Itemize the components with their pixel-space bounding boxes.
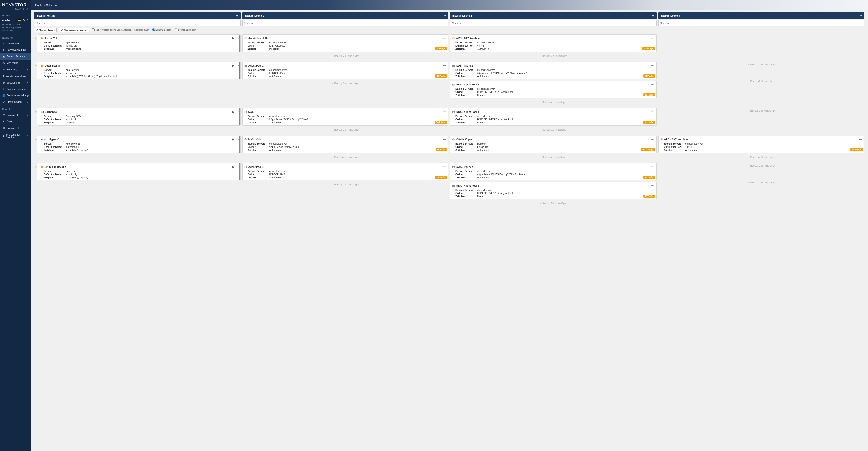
add-target-link[interactable]: Backup-Ziel hinzufügen bbox=[658, 62, 865, 67]
add-target-link[interactable]: Backup-Ziel hinzufügen bbox=[658, 180, 865, 185]
sort-alpha-radio[interactable]: alphanumerisch bbox=[152, 28, 172, 31]
nav-item-serververwaltung[interactable]: ≡Serververwaltung bbox=[0, 47, 31, 53]
target-card[interactable]: 🗁NAS - Raum 2 ⋯ Backup Server:dc-backups… bbox=[450, 62, 656, 79]
collapse-all-button[interactable]: ↙Alles zusammenklappen bbox=[59, 28, 89, 32]
username: admin bbox=[2, 19, 9, 22]
menu-dots-icon[interactable]: ⋯ bbox=[236, 110, 239, 114]
add-target-link[interactable]: Backup-Ziel hinzufügen bbox=[658, 154, 865, 160]
nav-item-einstellungen[interactable]: ⚙Einstellungen▸ bbox=[0, 99, 31, 105]
add-target-link[interactable]: Backup-Ziel hinzufügen bbox=[658, 163, 865, 169]
play-icon[interactable]: ▶ bbox=[232, 165, 234, 169]
target-card[interactable]: ⚙ARCH.0001 (Archiv) ⋯ Backup Server:dc-b… bbox=[658, 136, 865, 153]
add-target-link[interactable]: Backup-Ziel hinzufügen bbox=[450, 154, 656, 160]
novastor-item-support[interactable]: ✉Support⧉ bbox=[0, 125, 31, 131]
add-target-link[interactable]: Backup-Ziel hinzufügen bbox=[450, 53, 656, 59]
menu-dots-icon[interactable]: ⋯ bbox=[651, 184, 654, 187]
add-column-item-button[interactable]: + bbox=[652, 14, 654, 18]
target-title: RDX - Agent Pool 1 bbox=[456, 83, 479, 86]
play-icon[interactable]: ▶ bbox=[232, 138, 234, 141]
target-card[interactable]: 🗁NAS ⋯ Backup Server:dc-backupserver Ord… bbox=[242, 108, 448, 125]
menu-dots-icon[interactable]: ⋯ bbox=[236, 36, 239, 40]
add-target-link[interactable]: Backup-Ziel hinzufügen bbox=[450, 127, 656, 132]
topbar: Backup-Schema bbox=[31, 0, 868, 10]
nav-item-backup-schema[interactable]: ◧Backup-Schema bbox=[0, 53, 31, 60]
nav-item-wiederherstellung[interactable]: ↺Wiederherstellung▸ bbox=[0, 73, 31, 80]
flag-icon[interactable]: 🇩🇪 bbox=[18, 19, 21, 22]
search-input-col-1[interactable] bbox=[242, 20, 448, 26]
add-target-link[interactable]: Backup-Ziel hinzufügen bbox=[242, 81, 448, 86]
add-column-item-button[interactable]: + bbox=[860, 14, 862, 18]
novastor-section-label: NovaStor bbox=[0, 105, 31, 112]
search-input-col-2[interactable] bbox=[450, 20, 656, 26]
nav-item-reporting[interactable]: ✎Reporting▸ bbox=[0, 66, 31, 73]
menu-dots-icon[interactable]: ⋯ bbox=[651, 36, 654, 40]
sort-label: Sortieren nach bbox=[134, 29, 149, 31]
menu-dots-icon[interactable]: ⋯ bbox=[651, 138, 654, 141]
folder-open-icon: 🗁 bbox=[452, 64, 455, 67]
target-card[interactable]: 🗁RDX - Agent Pool 1 ⋯ Backup Server:dc-b… bbox=[450, 81, 656, 98]
target-card[interactable]: 🗁Agent Pool 1 ⋯ Backup Server:dc-backups… bbox=[242, 62, 448, 79]
add-target-link[interactable]: Backup-Ziel hinzufügen bbox=[450, 201, 656, 206]
add-target-link[interactable]: Backup-Ziel hinzufügen bbox=[658, 79, 865, 84]
menu-dots-icon[interactable]: ⋯ bbox=[236, 165, 239, 169]
add-column-item-button[interactable]: + bbox=[236, 14, 238, 18]
nav-section-label: Navigation bbox=[0, 34, 31, 40]
logout-icon[interactable]: ⎋ bbox=[27, 19, 28, 22]
nav-item-dashboard[interactable]: ⌂Dashboard bbox=[0, 40, 31, 47]
menu-dots-icon[interactable]: ⋯ bbox=[443, 138, 446, 141]
target-card[interactable]: ⚙ARCH.0001 (Archiv) ⋯ Backup Server:dc-b… bbox=[450, 34, 656, 52]
play-icon[interactable]: ▶ bbox=[232, 110, 234, 114]
add-target-link[interactable]: Backup-Ziel hinzufügen bbox=[450, 99, 656, 105]
play-icon[interactable]: ▶ bbox=[232, 36, 234, 40]
job-card[interactable]: 🖿Datei Backup ▶ ⋯ Server:App-Server16 De… bbox=[37, 62, 241, 79]
menu-dots-icon[interactable]: ⋯ bbox=[859, 138, 862, 141]
menu-dots-icon[interactable]: ⋯ bbox=[443, 64, 446, 67]
target-card[interactable]: 🗁Archiv Pool 1 (Archiv) ⋯ Backup Server:… bbox=[242, 34, 448, 52]
target-card[interactable]: 🗁RDX - Agent Pool 1 ⋯ Backup Server:dc-b… bbox=[450, 182, 656, 199]
menu-dots-icon[interactable]: ⋯ bbox=[443, 165, 446, 169]
user-edit-icon[interactable]: ✎ bbox=[23, 19, 25, 22]
nav-item-icon: ⚙ bbox=[2, 100, 5, 103]
nav-item-speicherverwaltung[interactable]: 🗄Speicherverwaltung bbox=[0, 86, 31, 92]
menu-dots-icon[interactable]: ⋯ bbox=[651, 110, 654, 114]
add-target-link[interactable]: Backup-Ziel hinzufügen bbox=[242, 53, 448, 59]
job-title: Hyper-V bbox=[49, 138, 59, 141]
expand-all-button[interactable]: ↗Alles aufklappen bbox=[34, 28, 57, 32]
search-input-col-3[interactable] bbox=[658, 20, 865, 26]
novastor-item-professional-service[interactable]: ℹProfessional Service⧉ bbox=[0, 131, 31, 141]
job-card[interactable]: EExchange ▶ ⋯ Server:ExchangeSRV Default… bbox=[37, 108, 241, 125]
target-title: NAS - Raum 2 bbox=[456, 64, 473, 67]
target-card[interactable]: 🗁RDX - Agent Pool 1 ⋯ Backup Server:dc-b… bbox=[450, 108, 656, 125]
sort-updated-radio[interactable]: zuletzt aktualisiert bbox=[175, 28, 196, 31]
add-target-link[interactable]: Backup-Ziel hinzufügen bbox=[242, 154, 448, 160]
target-card[interactable]: 🗁NAS - Raum 2 ⋯ Backup Server:dc-backups… bbox=[450, 163, 656, 180]
add-target-link[interactable]: Backup-Ziel hinzufügen bbox=[658, 108, 865, 114]
menu-dots-icon[interactable]: ⋯ bbox=[236, 64, 239, 67]
nav-item-zeitplanung[interactable]: ⏲Zeitplanung▸ bbox=[0, 80, 31, 86]
job-card[interactable]: 🖿Archiv Voll ▶ ⋯ Server:App-Server16 Def… bbox=[37, 34, 241, 52]
novastor-item-über[interactable]: ℹÜber bbox=[0, 118, 31, 125]
gear-icon: ⚙ bbox=[660, 138, 663, 141]
target-card[interactable]: 🗁Offsite Kopie ⋯ Backup Server:Remote Or… bbox=[450, 136, 656, 153]
job-card[interactable]: 🖿Linux File Backup ▶ ⋯ Server:CentOS-8 D… bbox=[37, 163, 241, 180]
chevron-right-icon: ▸ bbox=[27, 82, 28, 84]
nav-item-benutzerverwaltung[interactable]: 👤Benutzerverwaltung bbox=[0, 92, 31, 99]
add-target-link[interactable]: Backup-Ziel hinzufügen bbox=[242, 182, 448, 187]
nav-item-monitoring[interactable]: ◷Monitoring bbox=[0, 60, 31, 66]
search-input-col-0[interactable] bbox=[34, 20, 241, 26]
job-card[interactable]: Hyper-VHyper-V ▶ ⋯ Server:App-Server16 D… bbox=[37, 136, 241, 153]
menu-dots-icon[interactable]: ⋯ bbox=[651, 64, 654, 67]
novastor-item-dokumentation[interactable]: 🕮Dokumentation▸ bbox=[0, 112, 31, 118]
target-card[interactable]: 🗁Agent Pool 1 ⋯ Backup Server:dc-backups… bbox=[242, 163, 448, 180]
menu-dots-icon[interactable]: ⋯ bbox=[236, 138, 239, 141]
play-icon[interactable]: ▶ bbox=[232, 64, 234, 67]
menu-dots-icon[interactable]: ⋯ bbox=[651, 165, 654, 169]
folder-open-icon: 🗁 bbox=[244, 64, 247, 67]
target-card[interactable]: 🗁NAS - VMs ⋯ Backup Server:dc-backupserv… bbox=[242, 136, 448, 153]
add-column-item-button[interactable]: + bbox=[444, 14, 446, 18]
menu-dots-icon[interactable]: ⋯ bbox=[443, 110, 446, 114]
only-failed-checkbox[interactable]: Nur fehlgeschlagene Jobs anzeigen bbox=[92, 28, 132, 31]
menu-dots-icon[interactable]: ⋯ bbox=[651, 83, 654, 86]
menu-dots-icon[interactable]: ⋯ bbox=[443, 36, 446, 40]
add-target-link[interactable]: Backup-Ziel hinzufügen bbox=[242, 127, 448, 132]
